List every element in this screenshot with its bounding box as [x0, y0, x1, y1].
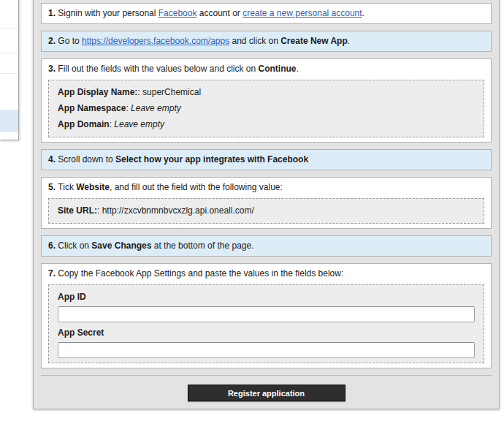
step-number: 3. [48, 64, 58, 74]
step-number: 5. [48, 182, 58, 192]
create-account-link[interactable]: create a new personal account [243, 8, 362, 18]
app-settings-box: App IDApp Secret [48, 284, 484, 363]
app-values-box: App Display Name:: superChemicalApp Name… [48, 80, 484, 137]
text-segment: : superChemical [137, 87, 201, 97]
text-segment: App Domain [58, 119, 110, 129]
text-segment: at the bottom of the page. [151, 241, 253, 251]
app-id-label: App ID [58, 292, 475, 303]
text-segment: Save Changes [91, 241, 151, 251]
field-row: App Display Name:: superChemical [58, 87, 475, 98]
step-text: 4. Scroll down to Select how your app in… [48, 154, 484, 165]
step-2: 2. Go to https://developers.facebook.com… [41, 31, 492, 52]
step-number: 6. [48, 241, 58, 251]
register-application-button[interactable]: Register application [188, 385, 345, 401]
step-number: 1. [48, 8, 58, 18]
text-segment: , and fill out the field with the follow… [110, 182, 283, 192]
step-4: 4. Scroll down to Select how your app in… [41, 149, 492, 170]
text-segment: . [362, 8, 364, 18]
sidebar-row[interactable] [0, 28, 18, 53]
text-segment: Fill out the fields with the values belo… [58, 64, 258, 74]
text-segment: Website [76, 182, 110, 192]
step-1: 1. Signin with your personal Facebook ac… [41, 3, 492, 24]
step-number: 2. [48, 36, 58, 46]
step-text: 5. Tick Website, and fill out the field … [48, 182, 484, 193]
step-5: 5. Tick Website, and fill out the field … [41, 177, 492, 229]
text-segment: : http://zxcvbnmnbvcxzlg.api.oneall.com/ [97, 205, 254, 216]
text-segment: account or [196, 8, 243, 18]
step-6: 6. Click on Save Changes at the bottom o… [41, 235, 492, 257]
step-text: 2. Go to https://developers.facebook.com… [48, 36, 484, 47]
text-segment: Continue [259, 64, 297, 74]
step-text: 6. Click on Save Changes at the bottom o… [48, 241, 484, 251]
step-7: 7. Copy the Facebook App Settings and pa… [41, 263, 492, 368]
text-segment: and click on [229, 36, 280, 46]
text-segment: Create New App [280, 36, 348, 46]
sidebar-row[interactable] [0, 73, 18, 110]
sidebar-fragment [0, 0, 19, 140]
text-segment: Scroll down to [58, 154, 115, 164]
text-segment: Copy the Facebook App Settings and paste… [58, 268, 343, 279]
text-segment: Leave empty [114, 119, 164, 129]
text-segment: Tick [58, 182, 76, 192]
sidebar-row-selected[interactable] [0, 110, 18, 132]
step-number: 7. [48, 268, 58, 279]
sidebar-row [0, 132, 18, 139]
app-secret-input[interactable] [58, 342, 475, 358]
text-segment: Signin with your personal [58, 8, 158, 18]
text-segment: Select how your app integrates with Face… [115, 154, 308, 164]
field-row: Site URL:: http://zxcvbnmnbvcxzlg.api.on… [58, 205, 475, 216]
step-text: 1. Signin with your personal Facebook ac… [48, 8, 484, 19]
field-row: App Domain: Leave empty [58, 119, 475, 130]
text-segment: Click on [58, 241, 91, 251]
step-number: 4. [48, 154, 58, 164]
text-segment: App Display Name: [58, 87, 137, 97]
page-background: 1. Signin with your personal Facebook ac… [0, 0, 504, 424]
step-text: 3. Fill out the fields with the values b… [48, 64, 484, 75]
text-segment: Go to [58, 36, 82, 46]
instructions-panel: 1. Signin with your personal Facebook ac… [33, 0, 500, 409]
footer-divider [41, 375, 492, 376]
step-text: 7. Copy the Facebook App Settings and pa… [48, 268, 484, 279]
footer-actions: Register application [41, 385, 492, 401]
sidebar-row[interactable] [0, 0, 18, 28]
text-segment: Site URL: [58, 205, 97, 216]
text-segment: Leave empty [131, 103, 181, 113]
step-3: 3. Fill out the fields with the values b… [41, 58, 492, 143]
text-segment: . [348, 36, 350, 46]
app-id-input[interactable] [58, 306, 475, 322]
text-segment: . [297, 64, 299, 74]
app-secret-label: App Secret [58, 328, 475, 338]
text-segment: App Namespace [58, 103, 126, 113]
site-url-box: Site URL:: http://zxcvbnmnbvcxzlg.api.on… [48, 198, 484, 224]
sidebar-row[interactable] [0, 53, 18, 73]
developers-facebook-apps-link[interactable]: https://developers.facebook.com/apps [82, 36, 229, 46]
facebook-link[interactable]: Facebook [159, 8, 197, 18]
steps-list: 1. Signin with your personal Facebook ac… [41, 3, 492, 368]
field-row: App Namespace: Leave empty [58, 103, 475, 114]
